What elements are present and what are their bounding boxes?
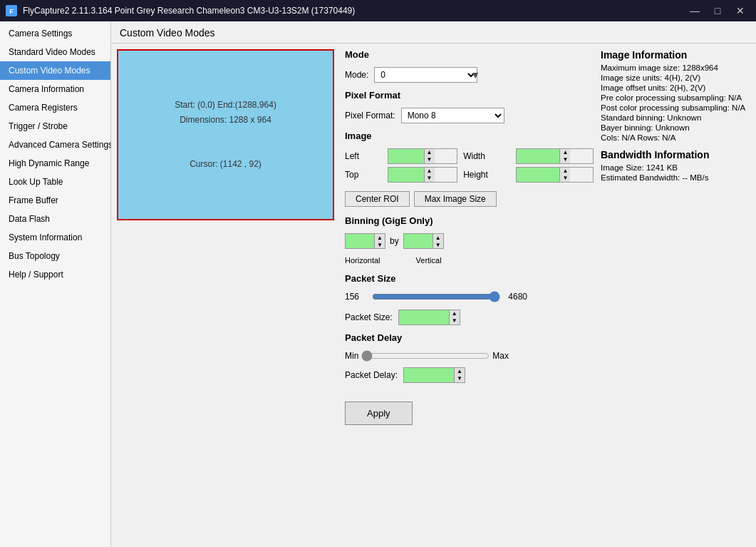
image-size-row: Image Size: 1241 KB — [601, 163, 750, 172]
h-binning-btns: ▲ ▼ — [374, 234, 385, 248]
delay-max-label: Max — [492, 351, 509, 361]
max-size-row: Maximum image size: 1288x964 — [601, 63, 750, 72]
v-binning-input[interactable]: 1 — [404, 234, 433, 248]
packet-delay-slider[interactable] — [361, 350, 490, 362]
left-input[interactable]: 0 — [388, 149, 424, 163]
top-down-btn[interactable]: ▼ — [425, 175, 435, 182]
sidebar-item-trigger-strobe[interactable]: Trigger / Strobe — [0, 117, 110, 136]
sidebar-item-custom-video-modes[interactable]: Custom Video Modes — [0, 61, 110, 80]
sidebar-item-high-dynamic-range[interactable]: High Dynamic Range — [0, 154, 110, 173]
packet-size-down[interactable]: ▼ — [450, 317, 460, 324]
packet-delay-input[interactable]: 0 — [404, 368, 454, 382]
pixel-format-header: Pixel Format — [345, 90, 594, 101]
packet-delay-spinbox-btns: ▲ ▼ — [454, 368, 465, 382]
packet-delay-down[interactable]: ▼ — [455, 375, 465, 382]
std-binning-row: Standard binning: Unknown — [601, 113, 750, 122]
packet-size-label: Packet Size: — [345, 312, 393, 322]
height-up-btn[interactable]: ▲ — [560, 168, 570, 175]
apply-section: Apply — [345, 402, 594, 425]
sidebar-item-camera-information[interactable]: Camera Information — [0, 80, 110, 98]
h-binning-down[interactable]: ▼ — [375, 241, 385, 248]
sidebar-item-system-information[interactable]: System Information — [0, 228, 110, 247]
app-icon: F — [6, 5, 17, 16]
close-button[interactable]: ✕ — [730, 1, 750, 21]
sidebar-item-look-up-table[interactable]: Look Up Table — [0, 173, 110, 191]
height-down-btn[interactable]: ▼ — [560, 175, 570, 182]
packet-delay-label: Packet Delay: — [345, 370, 398, 380]
top-spinbox[interactable]: 0 ▲ ▼ — [388, 167, 458, 183]
preview-line4: Cursor: (1142 , 92) — [190, 157, 262, 173]
offset-units-row: Image offset units: 2(H), 2(V) — [601, 83, 750, 92]
pixel-format-row: Pixel Format: Mono 8 Mono 16 Raw 8 Raw 1… — [345, 108, 594, 123]
packet-size-input-row: Packet Size: 4680 ▲ ▼ — [345, 310, 594, 325]
sidebar-item-standard-video-modes[interactable]: Standard Video Modes — [0, 43, 110, 61]
preview-box: Start: (0,0) End:(1288,964) Dimensions: … — [117, 49, 334, 220]
window-title: FlyCapture2 2.11.3.164 Point Grey Resear… — [23, 6, 355, 16]
sidebar-item-frame-buffer[interactable]: Frame Buffer — [0, 191, 110, 210]
max-image-size-button[interactable]: Max Image Size — [414, 191, 497, 207]
window-controls: — □ ✕ — [685, 1, 750, 21]
packet-size-header: Packet Size — [345, 273, 594, 284]
center-roi-button[interactable]: Center ROI — [345, 191, 410, 207]
packet-size-slider[interactable] — [372, 291, 500, 302]
top-up-btn[interactable]: ▲ — [425, 168, 435, 175]
left-spinbox[interactable]: 0 ▲ ▼ — [388, 148, 458, 164]
left-spinbox-btns: ▲ ▼ — [424, 149, 435, 163]
pre-color-row: Pre color processing subsampling: N/A — [601, 93, 750, 102]
pixel-format-label: Pixel Format: — [345, 111, 395, 121]
height-label: Height — [463, 170, 510, 180]
packet-delay-spinbox[interactable]: 0 ▲ ▼ — [403, 367, 465, 383]
mode-row: Mode: 0 ▼ — [345, 67, 594, 83]
width-down-btn[interactable]: ▼ — [560, 156, 570, 163]
left-down-btn[interactable]: ▼ — [425, 156, 435, 163]
packet-size-max: 4680 — [506, 292, 527, 302]
width-spinbox-btns: ▲ ▼ — [559, 149, 570, 163]
h-binning-up[interactable]: ▲ — [375, 234, 385, 241]
by-label: by — [390, 236, 399, 246]
h-binning-spinbox[interactable]: 1 ▲ ▼ — [345, 233, 385, 249]
width-label: Width — [463, 151, 510, 161]
width-input[interactable]: 1288 — [517, 149, 559, 163]
bandwidth-info-header: Bandwidth Information — [601, 149, 750, 160]
left-label: Left — [345, 151, 382, 161]
packet-size-input[interactable]: 4680 — [399, 310, 449, 324]
content-area: Custom Video Modes Start: (0,0) End:(128… — [111, 21, 756, 547]
width-up-btn[interactable]: ▲ — [560, 149, 570, 156]
info-divider — [601, 143, 750, 149]
sidebar-item-bus-topology[interactable]: Bus Topology — [0, 247, 110, 265]
settings-panel: Mode Mode: 0 ▼ Pixel Format Pixel Format… — [345, 49, 594, 541]
v-binning-up[interactable]: ▲ — [433, 234, 443, 241]
sidebar-item-camera-registers[interactable]: Camera Registers — [0, 98, 110, 117]
sidebar-item-help-support[interactable]: Help / Support — [0, 265, 110, 284]
preview-panel: Start: (0,0) End:(1288,964) Dimensions: … — [117, 49, 338, 541]
height-input[interactable]: 964 — [517, 168, 559, 182]
image-info-header: Image Information — [601, 49, 750, 61]
content-body: Start: (0,0) End:(1288,964) Dimensions: … — [111, 44, 756, 547]
height-spinbox[interactable]: 964 ▲ ▼ — [516, 167, 594, 183]
preview-line2: Dimensions: 1288 x 964 — [180, 113, 271, 128]
maximize-button[interactable]: □ — [708, 1, 727, 21]
v-binning-spinbox[interactable]: 1 ▲ ▼ — [403, 233, 444, 249]
packet-delay-up[interactable]: ▲ — [455, 368, 465, 375]
apply-button[interactable]: Apply — [345, 402, 413, 425]
minimize-button[interactable]: — — [685, 1, 705, 21]
height-spinbox-btns: ▲ ▼ — [559, 168, 570, 182]
image-grid: Left 0 ▲ ▼ Width 1288 ▲ ▼ — [345, 148, 594, 183]
top-input[interactable]: 0 — [388, 168, 424, 182]
packet-size-up[interactable]: ▲ — [450, 310, 460, 317]
post-color-row: Post color processing subsampling: N/A — [601, 103, 750, 112]
v-binning-down[interactable]: ▼ — [433, 241, 443, 248]
mode-select[interactable]: 0 — [374, 67, 477, 83]
roi-btn-row: Center ROI Max Image Size — [345, 191, 594, 207]
pixel-format-select[interactable]: Mono 8 Mono 16 Raw 8 Raw 16 — [401, 108, 504, 123]
packet-delay-header: Packet Delay — [345, 332, 594, 343]
packet-delay-slider-row: Min Max — [345, 350, 594, 362]
width-spinbox[interactable]: 1288 ▲ ▼ — [516, 148, 594, 164]
packet-size-spinbox[interactable]: 4680 ▲ ▼ — [398, 310, 460, 325]
sidebar-item-camera-settings[interactable]: Camera Settings — [0, 24, 110, 43]
h-binning-input[interactable]: 1 — [346, 234, 374, 248]
left-up-btn[interactable]: ▲ — [425, 149, 435, 156]
page-title: Custom Video Modes — [111, 21, 756, 44]
sidebar-item-advanced-camera-settings[interactable]: Advanced Camera Settings — [0, 136, 110, 154]
sidebar-item-data-flash[interactable]: Data Flash — [0, 210, 110, 228]
